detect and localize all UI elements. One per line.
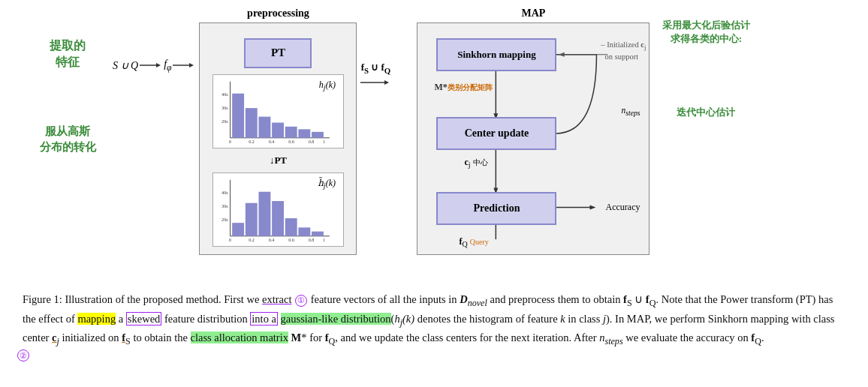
pt-box: PT <box>244 38 312 68</box>
pt-arrow-label: ↓PT <box>270 154 287 166</box>
prediction-box: Prediction <box>436 192 556 225</box>
gaussian-highlight: gaussian-like distribution <box>281 313 391 325</box>
svg-marker-50 <box>590 205 596 209</box>
svg-rect-17 <box>258 117 270 138</box>
histogram-2: h̃j(k) 40s 30s 20s 0 0.2 0.4 <box>212 172 344 247</box>
svg-text:0.2: 0.2 <box>249 140 255 144</box>
initialized-label: – Initialized cj on support <box>601 40 646 62</box>
annotation-left-2: 服从高斯分布的转化 <box>23 124 113 155</box>
right-annotations: 采用最大化后验估计求得各类的中心: 迭代中心估计 <box>657 8 755 120</box>
svg-marker-3 <box>189 63 194 68</box>
fq-query-label: fQ Query <box>459 236 488 248</box>
histogram-2-label: h̃j(k) <box>318 178 336 190</box>
sinkhorn-box: Sinkhorn mapping <box>436 38 556 71</box>
main-container: 提取的特征 服从高斯分布的转化 S ∪ Q fφ <box>0 0 868 387</box>
histogram-1-label: hj(k) <box>319 80 336 92</box>
svg-rect-16 <box>246 108 258 138</box>
svg-rect-19 <box>285 127 297 138</box>
svg-rect-18 <box>272 122 284 137</box>
svg-rect-15 <box>232 94 244 138</box>
svg-text:0.4: 0.4 <box>269 140 275 144</box>
fs-fq-connector-label: fS ∪ fQ <box>361 62 391 75</box>
svg-rect-38 <box>298 227 310 236</box>
annotation-right-1: 采用最大化后验估计求得各类的中心: <box>657 19 755 46</box>
svg-rect-36 <box>272 201 284 236</box>
left-annotations: 提取的特征 服从高斯分布的转化 <box>23 8 113 155</box>
cj-center-label: cj 中心 <box>464 157 487 169</box>
svg-text:0.8: 0.8 <box>309 238 315 242</box>
arrow-preprocess-to-map <box>360 77 390 88</box>
svg-rect-37 <box>285 218 297 236</box>
into-a-box: into a <box>250 312 278 326</box>
svg-rect-21 <box>312 132 324 138</box>
caption-area: Figure 1: Illustration of the proposed m… <box>23 291 845 349</box>
mapping-highlight: mapping <box>77 313 116 325</box>
svg-text:30s: 30s <box>222 204 228 208</box>
svg-text:0.6: 0.6 <box>288 238 294 242</box>
svg-text:30s: 30s <box>222 106 228 110</box>
circle-1: ① <box>295 295 307 307</box>
histogram-1: hj(k) 40s 30s 20s 0 0.2 0.4 <box>212 74 344 148</box>
map-title: MAP <box>522 8 546 20</box>
extract-highlight: extract <box>262 293 291 305</box>
svg-text:20s: 20s <box>222 118 228 123</box>
svg-text:40s: 40s <box>222 190 228 195</box>
preprocessing-box: PT hj(k) 40s 30s 20s <box>199 22 357 255</box>
svg-text:1: 1 <box>323 238 325 242</box>
caption-text: Figure 1: Illustration of the proposed m… <box>23 291 845 349</box>
svg-rect-34 <box>246 203 258 236</box>
annotation-left-1: 提取的特征 <box>23 38 113 71</box>
arrow-sq-to-fphi <box>140 61 162 70</box>
svg-marker-52 <box>559 52 565 57</box>
class-alloc-highlight: class allocation matrix <box>191 332 288 344</box>
accuracy-label: Accuracy <box>606 202 640 213</box>
n-steps-label: nsteps <box>622 106 640 117</box>
svg-rect-20 <box>298 129 310 137</box>
input-set-label: S ∪ Q <box>113 59 138 72</box>
svg-rect-35 <box>258 192 270 236</box>
skewed-box: skewed <box>126 312 162 326</box>
preprocessing-section: preprocessing PT hj(k) 40 <box>199 8 357 255</box>
svg-rect-39 <box>312 232 324 236</box>
svg-text:40s: 40s <box>222 92 228 97</box>
arrow-fphi-to-box <box>173 61 195 70</box>
evaluate-accuracy-text: evaluate the accuracy on <box>641 332 749 344</box>
svg-text:1: 1 <box>323 140 325 144</box>
svg-text:0.2: 0.2 <box>249 238 255 242</box>
preprocessing-title: preprocessing <box>199 8 357 20</box>
f-phi-label: fφ <box>164 58 171 73</box>
svg-text:0: 0 <box>229 238 231 242</box>
m-star-label: M*类别分配矩阵 <box>434 82 492 93</box>
fs-underline: fS <box>122 332 131 344</box>
svg-text:20s: 20s <box>222 217 228 221</box>
svg-text:0.6: 0.6 <box>288 140 294 144</box>
annotation-right-2: 迭代中心估计 <box>657 106 755 119</box>
center-update-box: Center update <box>436 117 556 150</box>
svg-marker-41 <box>384 80 389 85</box>
circle-2: ② <box>17 346 30 363</box>
svg-text:0.4: 0.4 <box>269 238 275 242</box>
svg-text:0: 0 <box>229 140 231 144</box>
map-box: Sinkhorn mapping Center update Predictio… <box>417 22 649 255</box>
svg-marker-1 <box>156 63 161 68</box>
diagram-area: 提取的特征 服从高斯分布的转化 S ∪ Q fφ <box>23 8 845 285</box>
svg-text:0.8: 0.8 <box>309 140 315 144</box>
cj-underline: cj <box>52 332 59 344</box>
map-section: MAP <box>417 8 649 255</box>
svg-rect-33 <box>232 223 244 236</box>
